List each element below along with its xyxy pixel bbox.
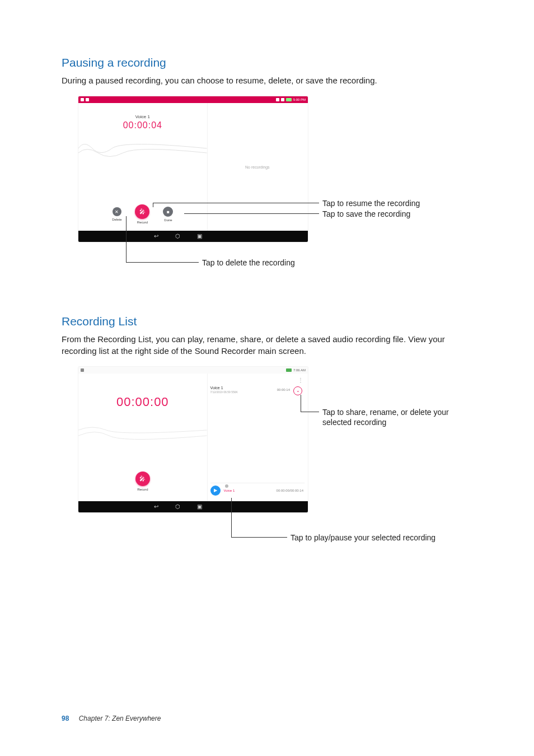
record-label: Record xyxy=(137,221,148,224)
section-heading-list: Recording List xyxy=(62,315,472,328)
section-heading-pausing: Pausing a recording xyxy=(62,56,472,69)
close-icon: ✕ xyxy=(115,209,119,214)
done-button[interactable]: ■ xyxy=(163,207,173,217)
tablet-frame: 7:06 AM 00:00:00 🎤︎ Record xyxy=(78,367,308,512)
callout-line xyxy=(231,537,287,538)
mic-icon: 🎤︎ xyxy=(139,475,146,482)
callout-line xyxy=(126,216,127,262)
screenshot-paused-recording: 5:00 PM Voice 1 00:00:04 ✕ Delete xyxy=(78,96,472,264)
battery-icon xyxy=(286,368,292,372)
callout-delete: Tap to delete the recording xyxy=(202,258,295,268)
done-label: Done xyxy=(164,218,172,222)
recents-icon[interactable]: ▣ xyxy=(197,504,202,510)
player-track-name: Voice 1 xyxy=(224,489,273,492)
recording-title: Voice 1 xyxy=(78,114,207,119)
done-control[interactable]: ■ Done xyxy=(163,207,173,222)
player-track[interactable]: Voice 1 xyxy=(224,489,273,492)
battery-icon xyxy=(286,98,292,101)
status-time: 7:06 AM xyxy=(293,368,306,372)
player-time: 00:00:00/00:00:14 xyxy=(277,489,303,492)
record-button[interactable]: 🎤︎ xyxy=(135,472,150,486)
android-navbar: ↩ ⬡ ▣ xyxy=(78,501,308,512)
chapter-title: Chapter 7: Zen Everywhere xyxy=(79,715,161,722)
recorder-controls: ✕ Delete 🎤︎ Record ■ Done xyxy=(78,204,207,224)
recording-item[interactable]: Voice 1 7/12/2019 06:59 556K 00:00:14 ⌄ xyxy=(210,386,305,403)
record-control[interactable]: 🎤︎ Record xyxy=(135,472,150,491)
page-footer: 98 Chapter 7: Zen Everywhere xyxy=(62,715,161,722)
android-navbar: ↩ ⬡ ▣ xyxy=(78,231,308,242)
callout-line xyxy=(301,412,319,412)
recording-timer: 00:00:04 xyxy=(78,120,207,130)
stop-icon: ■ xyxy=(167,209,170,214)
chevron-down-icon: ⌄ xyxy=(296,388,300,393)
settings-status-icon xyxy=(86,98,89,101)
bluetooth-icon xyxy=(276,98,279,101)
recording-item-name: Voice 1 xyxy=(210,386,305,390)
expand-button[interactable]: ⌄ xyxy=(293,386,302,395)
more-icon[interactable]: ⋮ xyxy=(298,377,303,383)
play-button[interactable]: ▶ xyxy=(210,486,221,496)
mic-icon: 🎤︎ xyxy=(139,208,146,215)
recorder-controls: 🎤︎ Record xyxy=(78,472,207,491)
recorder-pane: 00:00:00 🎤︎ Record xyxy=(78,374,207,501)
callout-line xyxy=(301,395,301,412)
status-bar: 5:00 PM xyxy=(78,96,308,103)
callout-line xyxy=(153,203,153,207)
list-pane: No recordings xyxy=(207,103,308,231)
delete-button[interactable]: ✕ xyxy=(113,207,121,216)
back-icon[interactable]: ↩ xyxy=(154,234,158,239)
recorder-pane: Voice 1 00:00:04 ✕ Delete 🎤︎ Record xyxy=(78,103,207,231)
waveform xyxy=(78,137,207,160)
recording-item-meta: 7/12/2019 06:59 556K xyxy=(210,390,305,394)
callout-save: Tap to save the recording xyxy=(322,209,410,219)
callout-resume: Tap to resume the recording xyxy=(322,198,420,208)
home-icon[interactable]: ⬡ xyxy=(175,234,180,239)
callout-line xyxy=(126,262,199,263)
empty-list-text: No recordings xyxy=(245,165,270,169)
signal-icon xyxy=(281,98,284,101)
screenshot-recording-list: 7:06 AM 00:00:00 🎤︎ Record xyxy=(78,367,472,552)
section-body-list: From the Recording List, you can play, r… xyxy=(62,334,472,357)
page-number: 98 xyxy=(62,715,69,722)
record-control[interactable]: 🎤︎ Record xyxy=(135,204,149,224)
recording-item-duration: 00:00:14 xyxy=(277,388,290,391)
callout-line xyxy=(184,213,319,214)
player-bar: ▶ Voice 1 00:00:00/00:00:14 xyxy=(210,483,305,498)
waveform xyxy=(78,422,207,444)
status-bar: 7:06 AM xyxy=(78,367,308,374)
scrubber-dot[interactable] xyxy=(225,484,228,488)
list-pane: ⋮ Voice 1 7/12/2019 06:59 556K 00:00:14 … xyxy=(207,374,308,501)
delete-control[interactable]: ✕ Delete xyxy=(112,207,121,221)
settings-status-icon xyxy=(81,368,84,372)
callout-play: Tap to play/pause your selected recordin… xyxy=(291,533,435,543)
recording-timer: 00:00:00 xyxy=(78,395,207,409)
callout-line xyxy=(153,203,319,203)
callout-line xyxy=(231,498,232,537)
record-button[interactable]: 🎤︎ xyxy=(135,204,149,219)
back-icon[interactable]: ↩ xyxy=(154,504,158,510)
play-icon: ▶ xyxy=(214,488,217,493)
home-icon[interactable]: ⬡ xyxy=(175,504,180,510)
record-label: Record xyxy=(137,488,148,491)
status-time: 5:00 PM xyxy=(293,98,306,101)
delete-label: Delete xyxy=(112,218,121,221)
section-body-pausing: During a paused recording, you can choos… xyxy=(62,75,472,86)
recents-icon[interactable]: ▣ xyxy=(197,234,202,239)
callout-share: Tap to share, rename, or delete your sel… xyxy=(322,407,457,427)
mic-status-icon xyxy=(81,98,84,101)
tablet-frame: 5:00 PM Voice 1 00:00:04 ✕ Delete xyxy=(78,96,308,242)
